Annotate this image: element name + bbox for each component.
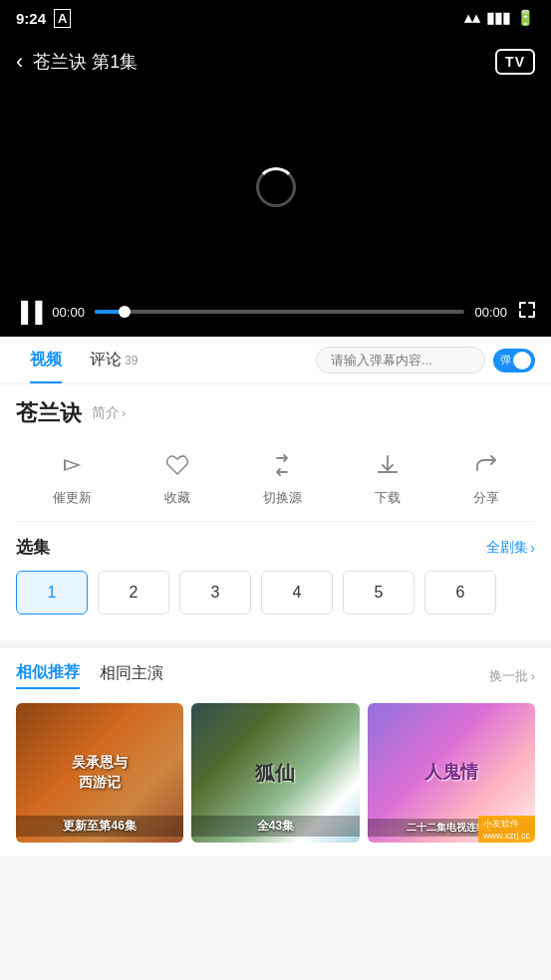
battery-icon: 🔋 [516, 9, 535, 27]
loading-spinner [256, 167, 296, 207]
episode-btn-4[interactable]: 4 [261, 571, 333, 614]
play-pause-button[interactable]: ▐▐ [14, 301, 42, 324]
header-title: 苍兰诀 第1集 [33, 50, 138, 74]
progress-dot [119, 306, 131, 318]
action-urge-label: 催更新 [53, 489, 92, 507]
action-favorite-label: 收藏 [164, 489, 190, 507]
tabs-row: 视频 评论 39 弹 [0, 337, 551, 384]
switch-source-icon [269, 452, 295, 484]
danmu-toggle-dot [513, 352, 531, 369]
section-divider [0, 640, 551, 648]
action-download-label: 下载 [375, 489, 401, 507]
player-controls: ▐▐ 00:00 00:00 [0, 287, 551, 337]
action-urge-update[interactable]: 催更新 [53, 452, 92, 507]
tv-cast-button[interactable]: TV [495, 49, 535, 75]
fullscreen-button[interactable] [517, 300, 537, 325]
action-switch-label: 切换源 [263, 489, 302, 507]
episodes-section-header: 选集 全剧集 › [16, 536, 535, 559]
episode-btn-1[interactable]: 1 [16, 571, 88, 614]
rec-tabs-row: 相似推荐 相同主演 换一批 › [16, 662, 535, 689]
status-bar: 9:24 A ▴▴ ▮▮▮ 🔋 [0, 0, 551, 36]
change-batch-arrow: › [531, 668, 535, 683]
action-favorite[interactable]: 收藏 [164, 452, 190, 507]
share-icon [473, 452, 499, 484]
action-switch-source[interactable]: 切换源 [263, 452, 302, 507]
rec-tab-similar[interactable]: 相似推荐 [16, 662, 80, 689]
episode-btn-3[interactable]: 3 [179, 571, 251, 614]
header: ‹ 苍兰诀 第1集 TV [0, 36, 551, 88]
comment-count: 39 [125, 354, 138, 368]
tab-comment[interactable]: 评论 39 [76, 337, 151, 383]
rec-tab-same-actor[interactable]: 相同主演 [100, 663, 163, 688]
intro-arrow: › [122, 406, 126, 420]
intro-link[interactable]: 简介 › [92, 404, 126, 422]
danmu-toggle-label: 弹 [500, 353, 511, 368]
download-icon [375, 452, 401, 484]
recommendation-section: 相似推荐 相同主演 换一批 › 吴承恩与西游记 更新至第46集 狐仙 [0, 648, 551, 857]
rec-card-3-title: 人鬼情 [420, 756, 482, 789]
signal-icon: ▮▮▮ [486, 9, 510, 27]
progress-bar[interactable] [95, 310, 465, 314]
episodes-title: 选集 [16, 536, 50, 559]
rec-card-1-badge: 更新至第46集 [16, 816, 183, 837]
action-download[interactable]: 下载 [375, 452, 401, 507]
time-current: 00:00 [52, 305, 85, 320]
rec-card-2-title: 狐仙 [251, 755, 299, 791]
episode-btn-5[interactable]: 5 [343, 571, 414, 614]
show-title-row: 苍兰诀 简介 › [16, 398, 535, 428]
time-total: 00:00 [474, 305, 507, 320]
rec-card-2-badge: 全43集 [191, 816, 359, 837]
rec-card-3[interactable]: 人鬼情 二十二集电视连续剧 小友软件 www.xzrj.cc [368, 703, 535, 843]
android-icon: A [54, 9, 71, 28]
rec-grid: 吴承恩与西游记 更新至第46集 狐仙 全43集 人鬼情 二十二集电视连续剧 [16, 703, 535, 843]
status-time: 9:24 [16, 10, 46, 27]
action-share-label: 分享 [473, 489, 499, 507]
tab-video[interactable]: 视频 [16, 337, 76, 383]
content-area: 苍兰诀 简介 › 催更新 收藏 [0, 384, 551, 640]
actions-row: 催更新 收藏 切换源 [16, 444, 535, 522]
rec-card-2[interactable]: 狐仙 全43集 [191, 703, 359, 843]
rec-card-1-title: 吴承恩与西游记 [68, 749, 132, 796]
back-button[interactable]: ‹ [16, 49, 23, 75]
episode-btn-6[interactable]: 6 [424, 571, 496, 614]
action-share[interactable]: 分享 [473, 452, 499, 507]
video-player[interactable] [0, 88, 551, 287]
show-title: 苍兰诀 [16, 398, 82, 428]
all-episodes-link[interactable]: 全剧集 › [486, 539, 535, 557]
urge-icon [59, 452, 85, 484]
episodes-grid: 1 2 3 4 5 6 [16, 571, 535, 614]
rec-card-1[interactable]: 吴承恩与西游记 更新至第46集 [16, 703, 183, 843]
episode-btn-2[interactable]: 2 [98, 571, 169, 614]
danmu-input[interactable] [316, 347, 485, 373]
wifi-icon: ▴▴ [464, 9, 480, 27]
change-batch-button[interactable]: 换一批 › [489, 667, 535, 685]
danmu-toggle[interactable]: 弹 [493, 349, 535, 372]
watermark: 小友软件 www.xzrj.cc [478, 816, 535, 843]
favorite-icon [164, 452, 190, 484]
